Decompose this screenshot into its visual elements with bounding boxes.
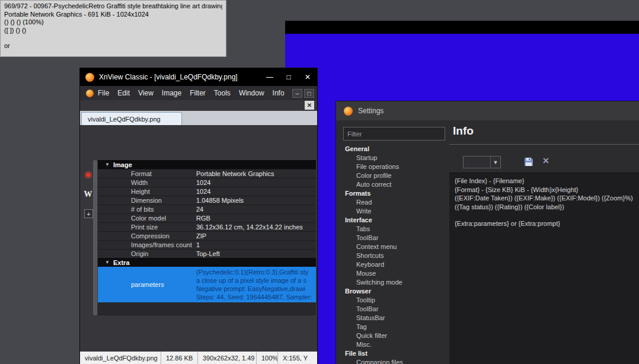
w-icon[interactable]: W bbox=[83, 189, 93, 199]
status-zoom: 100% bbox=[257, 352, 278, 364]
prop-row-print-size[interactable]: Print size 36.12x36.12 cm, 14.22x14.22 i… bbox=[98, 222, 316, 231]
prop-row-height[interactable]: Height 1024 bbox=[98, 187, 316, 196]
menu-info[interactable]: Info bbox=[269, 89, 289, 97]
settings-tree: General Startup File operations Color pr… bbox=[345, 145, 446, 364]
template-select[interactable]: ▼ bbox=[463, 156, 501, 168]
tree-item-formats[interactable]: Formats bbox=[345, 189, 446, 198]
vertical-scrollbar[interactable] bbox=[93, 160, 97, 315]
mdi-minimize-button[interactable]: – bbox=[292, 89, 302, 98]
tree-item-browser[interactable]: Browser bbox=[345, 287, 446, 296]
maximize-button[interactable]: □ bbox=[279, 68, 298, 86]
tab-active-image[interactable]: vivaldi_LeQdFQdkby.png bbox=[81, 112, 182, 125]
menu-tools[interactable]: Tools bbox=[210, 89, 235, 97]
browser-tooltip: 969/972 - 00967-PsychedelicRetro Graffit… bbox=[0, 0, 226, 57]
section-header-extra[interactable]: ▼ Extra bbox=[98, 258, 316, 267]
tree-item-misc[interactable]: Misc. bbox=[345, 340, 446, 349]
viewer-letterbox bbox=[285, 21, 639, 34]
tree-item-write[interactable]: Write bbox=[345, 207, 446, 216]
tree-item-tag[interactable]: Tag bbox=[345, 323, 446, 331]
tree-item-auto-correct[interactable]: Auto correct bbox=[345, 180, 446, 189]
tree-item-shortcuts[interactable]: Shortcuts bbox=[345, 251, 446, 260]
tree-item-keyboard[interactable]: Keyboard bbox=[345, 260, 446, 269]
save-icon[interactable] bbox=[524, 157, 533, 167]
parameters-value: (Psychedelic:0.1)(Retro:0.3),Graffiti st… bbox=[196, 267, 316, 302]
tree-item-tooltip[interactable]: Tooltip bbox=[345, 296, 446, 305]
section-header-image[interactable]: ▼ Image bbox=[98, 160, 316, 169]
prop-row-dimension[interactable]: Dimension 1.04858 Mpixels bbox=[98, 196, 316, 205]
tooltip-line: ([ ]) () () bbox=[4, 27, 222, 35]
collapse-icon[interactable]: ▼ bbox=[105, 260, 113, 265]
prop-row-format[interactable]: Format Portable Network Graphics bbox=[98, 169, 316, 178]
tree-item-mouse[interactable]: Mouse bbox=[345, 269, 446, 278]
prop-row-color-model[interactable]: Color model RGB bbox=[98, 213, 316, 222]
menu-edit[interactable]: Edit bbox=[113, 89, 134, 97]
tooltip-line bbox=[4, 34, 222, 42]
section-title: Extra bbox=[113, 259, 130, 266]
menu-image[interactable]: Image bbox=[158, 89, 186, 97]
xnview-titlebar[interactable]: XnView Classic - [vivaldi_LeQdFQdkby.png… bbox=[80, 68, 317, 86]
menu-file[interactable]: File bbox=[94, 89, 113, 97]
prop-row-width[interactable]: Width 1024 bbox=[98, 178, 316, 187]
tree-item-companion-files[interactable]: Companion files bbox=[345, 358, 446, 364]
prop-value: 24 bbox=[196, 206, 316, 213]
tree-item-file-list[interactable]: File list bbox=[345, 349, 446, 358]
xnview-logo-icon bbox=[85, 73, 94, 82]
minimize-button[interactable]: — bbox=[260, 68, 279, 86]
template-line bbox=[455, 211, 634, 219]
parameters-row-selected[interactable]: parameters (Psychedelic:0.1)(Retro:0.3),… bbox=[98, 267, 316, 302]
plus-icon[interactable]: + bbox=[84, 209, 93, 218]
template-line: {File Index} - {Filename} bbox=[455, 177, 634, 186]
mdi-restore-button[interactable]: □ bbox=[304, 89, 314, 98]
status-filesize: 12.86 KB bbox=[161, 352, 198, 364]
menubar: File Edit View Image Filter Tools Window… bbox=[80, 86, 317, 100]
settings-window: Settings General Startup File operations… bbox=[336, 101, 639, 364]
template-line: {Extra:parameters} or {Extra:prompt} bbox=[455, 219, 634, 228]
prop-value: 36.12x36.12 cm, 14.22x14.22 inches bbox=[196, 223, 316, 231]
xnview-menu-icon bbox=[86, 90, 94, 97]
tree-item-color-profile[interactable]: Color profile bbox=[345, 171, 446, 180]
tree-item-switching-mode[interactable]: Switching mode bbox=[345, 278, 446, 287]
section-title: Image bbox=[113, 161, 132, 168]
prop-label: Height bbox=[98, 188, 196, 195]
settings-titlebar[interactable]: Settings bbox=[336, 101, 639, 120]
tree-item-file-operations[interactable]: File operations bbox=[345, 162, 446, 171]
menu-filter[interactable]: Filter bbox=[186, 89, 210, 97]
mdi-close-button[interactable]: ✕ bbox=[305, 101, 314, 110]
tree-item-tabs[interactable]: Tabs bbox=[345, 225, 446, 234]
chevron-down-icon[interactable]: ▼ bbox=[490, 157, 500, 168]
prop-row-compression[interactable]: Compression ZIP bbox=[98, 231, 316, 240]
tree-item-quick-filter[interactable]: Quick filter bbox=[345, 331, 446, 340]
parameters-line: a close up of a pixel style image of a s bbox=[196, 276, 316, 285]
status-filename: vivaldi_LeQdFQdkby.png bbox=[80, 352, 161, 364]
tree-item-startup[interactable]: Startup bbox=[345, 154, 446, 162]
prop-row-origin[interactable]: Origin Top-Left bbox=[98, 249, 316, 258]
tree-item-context-menu[interactable]: Context menu bbox=[345, 242, 446, 251]
tooltip-line: 969/972 - 00967-PsychedelicRetro Graffit… bbox=[4, 2, 222, 11]
delete-icon[interactable]: ✕ bbox=[542, 156, 549, 165]
prop-value: Portable Network Graphics bbox=[196, 170, 316, 177]
tree-item-interface[interactable]: Interface bbox=[345, 216, 446, 225]
prop-value: 1024 bbox=[196, 188, 316, 195]
template-line: ({EXIF:Date Taken}) ({EXIF:Make}) ({EXIF… bbox=[455, 194, 634, 203]
close-button[interactable]: ✕ bbox=[298, 68, 317, 86]
tree-item-general[interactable]: General bbox=[345, 145, 446, 154]
tree-item-statusbar[interactable]: StatusBar bbox=[345, 314, 446, 323]
info-template-textarea[interactable]: {File Index} - {Filename} {Format} - {Si… bbox=[449, 173, 639, 364]
prop-row-frames-count[interactable]: Images/frames count 1 bbox=[98, 240, 316, 249]
collapse-icon[interactable]: ▼ bbox=[105, 162, 113, 167]
properties-panel: ▼ Image Format Portable Network Graphics… bbox=[98, 160, 316, 315]
tree-item-browser-toolbar[interactable]: ToolBar bbox=[345, 305, 446, 314]
filter-input[interactable] bbox=[343, 127, 445, 141]
tooltip-line: Portable Network Graphics - 691 KiB - 10… bbox=[4, 11, 222, 19]
tab-bar: vivaldi_LeQdFQdkby.png bbox=[80, 111, 317, 125]
panel-title-info: Info bbox=[453, 124, 474, 138]
menu-view[interactable]: View bbox=[134, 89, 158, 97]
menu-window[interactable]: Window bbox=[235, 89, 269, 97]
tree-item-toolbar[interactable]: ToolBar bbox=[345, 234, 446, 242]
prop-row-bits[interactable]: # of bits 24 bbox=[98, 205, 316, 213]
red-record-icon[interactable]: ◉ bbox=[83, 169, 93, 179]
prop-value: 1024 bbox=[196, 179, 316, 186]
prop-value: ZIP bbox=[196, 232, 316, 240]
tree-item-read[interactable]: Read bbox=[345, 198, 446, 207]
status-dimensions: 390x262x32, 1.49 bbox=[198, 352, 257, 364]
